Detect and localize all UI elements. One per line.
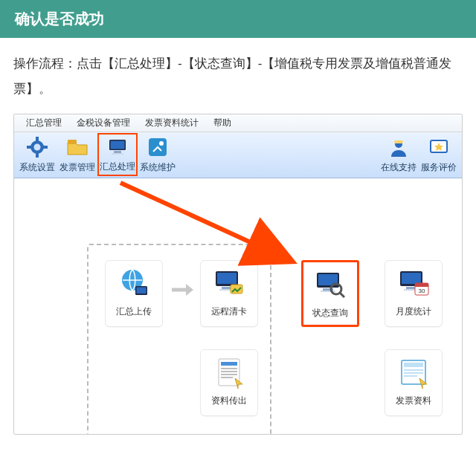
status-query-tile[interactable]: 状态查询: [301, 260, 359, 327]
toolbar-label: 服务评价: [421, 161, 457, 174]
data-export-tile[interactable]: 资料传出: [200, 349, 258, 416]
flow-arrow-icon: [167, 273, 199, 306]
svg-rect-30: [221, 377, 233, 378]
monitor-icon: [105, 134, 130, 159]
tile-label: 资料传出: [211, 395, 247, 407]
svg-rect-27: [221, 368, 237, 369]
svg-point-1: [34, 144, 41, 151]
section-header: 确认是否成功: [0, 0, 476, 38]
svg-rect-47: [404, 372, 423, 374]
svg-rect-45: [404, 363, 423, 367]
svg-rect-3: [36, 153, 39, 158]
monthly-stats-tile[interactable]: 30 月度统计: [385, 260, 443, 327]
summary-process-button[interactable]: 汇总处理: [97, 133, 138, 176]
globe-icon: [116, 265, 152, 301]
gear-icon: [25, 134, 50, 160]
tile-label: 汇总上传: [116, 305, 152, 318]
tile-label: 远程清卡: [211, 305, 247, 318]
invoice-data-tile[interactable]: 发票资料: [385, 349, 443, 416]
menu-invoice-stats[interactable]: 发票资料统计: [138, 117, 206, 129]
toolbar-label: 在线支持: [381, 161, 416, 174]
upload-summary-tile[interactable]: 汇总上传: [105, 260, 163, 327]
form-icon: [396, 354, 431, 390]
toolbar-label: 系统设置: [19, 161, 55, 174]
service-rating-button[interactable]: 服务评价: [419, 133, 459, 176]
svg-rect-5: [43, 146, 48, 149]
svg-rect-4: [27, 146, 31, 149]
tile-label: 状态查询: [312, 307, 348, 320]
svg-rect-26: [221, 362, 237, 366]
instruction-text: 操作流程：点击【汇总处理】-【状态查询】-【增值税专用发票及增值税普通发票】。: [13, 51, 463, 102]
workspace: 汇总上传 远程清卡 资料传出 状态查询 30: [14, 178, 462, 434]
document-icon: [211, 354, 247, 390]
svg-rect-34: [321, 291, 335, 292]
svg-rect-21: [217, 273, 237, 284]
tile-label: 月度统计: [396, 305, 431, 318]
svg-rect-48: [404, 375, 417, 377]
support-icon: [386, 134, 411, 160]
svg-rect-38: [402, 273, 421, 284]
menu-summary-mgmt[interactable]: 汇总管理: [19, 117, 69, 129]
svg-rect-28: [221, 371, 237, 372]
svg-rect-6: [68, 140, 77, 144]
menu-bar: 汇总管理 金税设备管理 发票资料统计 帮助: [14, 114, 462, 132]
svg-rect-19: [137, 288, 147, 294]
toolbar-label: 系统维护: [140, 161, 176, 174]
svg-rect-29: [221, 374, 237, 375]
folder-icon: [65, 134, 90, 160]
tile-label: 发票资料: [396, 395, 431, 407]
magnifier-monitor-icon: [312, 267, 348, 302]
rating-icon: [426, 134, 451, 160]
svg-text:30: 30: [419, 288, 425, 294]
svg-rect-9: [114, 151, 121, 153]
svg-rect-14: [394, 140, 403, 143]
invoice-mgmt-button[interactable]: 发票管理: [57, 133, 97, 176]
card-monitor-icon: [211, 265, 247, 301]
app-window: 汇总管理 金税设备管理 发票资料统计 帮助 系统设置 发票管理 汇总处理: [13, 114, 463, 435]
svg-rect-2: [36, 137, 39, 141]
menu-help[interactable]: 帮助: [206, 117, 239, 129]
svg-rect-8: [111, 140, 125, 149]
svg-rect-42: [415, 283, 428, 287]
menu-tax-device[interactable]: 金税设备管理: [69, 117, 138, 129]
remote-clear-tile[interactable]: 远程清卡: [200, 260, 258, 327]
online-support-button[interactable]: 在线支持: [379, 133, 419, 176]
svg-rect-10: [112, 153, 123, 155]
toolbar-label: 汇总处理: [100, 161, 135, 173]
section-title: 确认是否成功: [15, 10, 104, 27]
toolbar: 系统设置 发票管理 汇总处理 系统维护 在线支持: [14, 132, 462, 178]
system-maint-button[interactable]: 系统维护: [138, 133, 178, 176]
tools-icon: [145, 134, 170, 160]
system-settings-button[interactable]: 系统设置: [17, 133, 57, 176]
calendar-monitor-icon: 30: [396, 265, 431, 301]
svg-line-36: [340, 293, 344, 297]
svg-rect-46: [404, 369, 423, 371]
toolbar-label: 发票管理: [60, 161, 95, 174]
svg-point-12: [159, 141, 164, 146]
